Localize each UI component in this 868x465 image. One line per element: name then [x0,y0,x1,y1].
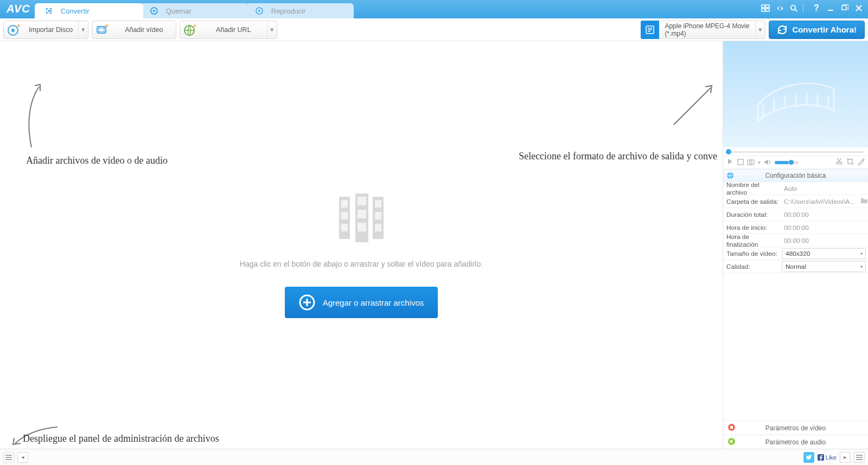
svg-rect-24 [358,210,366,218]
row-video-size: Tamaño de vídeo:480x320▾ [723,247,868,260]
add-video-button[interactable]: + Añadir vídeo [92,21,176,39]
tab-label: Convertir [61,7,90,15]
tab-label: Quemar [166,7,192,15]
basic-config-body: Nombre del archivoAuto Carpeta de salida… [723,182,868,421]
main-tabs: Convertir Quemar Reproducir [38,0,354,18]
svg-text:+: + [17,23,20,29]
button-label: Añadir vídeo [112,26,176,34]
crop-icon[interactable] [846,158,854,167]
drop-area[interactable]: Añadir archivos de vídeo o de audio Sele… [0,41,723,449]
button-label: Convertir Ahora! [792,25,857,34]
close-button[interactable] [854,3,864,13]
button-label: Añadir URL [200,26,267,34]
chevron-down-icon[interactable]: ▾ [758,159,761,165]
button-label: Importar Disco [23,26,78,34]
preview-pane [723,41,868,147]
chevron-down-icon[interactable]: ▾ [755,21,765,38]
svg-rect-27 [375,212,381,219]
chevron-down-icon: ▾ [860,264,863,269]
snapshot-icon[interactable] [747,158,755,167]
effects-icon[interactable] [857,158,865,167]
divider [803,4,807,12]
audio-params-icon [727,437,736,447]
options-icon[interactable] [761,3,770,13]
collapse-right-icon[interactable]: ▸ [840,452,851,463]
profile-icon [641,21,659,39]
convert-now-button[interactable]: Convertir Ahora! [769,21,865,39]
svg-point-33 [837,162,839,164]
play-icon[interactable] [726,158,734,167]
convert-icon [44,7,53,15]
chevron-down-icon: ▾ [860,251,863,256]
volume-slider[interactable] [775,161,799,164]
video-params-button[interactable]: Parámetros de vídeo [723,421,868,435]
cut-icon[interactable] [835,158,843,167]
seek-bar[interactable] [723,147,868,156]
tab-convert[interactable]: Convertir [35,3,143,18]
facebook-icon [818,454,824,461]
svg-rect-8 [842,5,846,10]
title-bar: AVC Convertir Quemar Reproducir ? [0,0,868,18]
hint-add-files: Añadir archivos de vídeo o de audio [26,155,168,166]
globe-icon [726,172,734,179]
svg-rect-28 [375,224,381,231]
footer: ◂ Like ▸ [0,449,868,465]
list-view-icon[interactable] [854,452,865,463]
settings-icon[interactable] [775,3,784,13]
video-icon: + [94,22,110,37]
hint-expand-panel: Despliegue el panel de administración de… [23,433,219,444]
app-logo: AVC [0,3,38,18]
volume-icon[interactable] [764,158,771,167]
audio-params-button[interactable]: Parámetros de audio [723,435,868,449]
svg-point-7 [790,5,795,9]
basic-config-header: Configuración básica [723,169,868,182]
svg-rect-4 [766,5,769,8]
twitter-icon[interactable] [803,452,814,463]
row-duration: Duración total:00:00:00 [723,208,868,221]
svg-point-34 [840,162,842,164]
drop-center: Haga clic en el botón de abajo o arrastr… [5,47,717,443]
svg-rect-21 [341,212,348,219]
svg-rect-22 [341,224,348,231]
add-url-button[interactable]: + Añadir URL ▾ [180,21,277,39]
chevron-down-icon[interactable]: ▾ [78,21,88,38]
button-label: Parámetros de vídeo [765,424,826,432]
search-icon[interactable] [789,3,799,13]
minimize-button[interactable] [826,3,835,13]
stop-icon[interactable] [737,158,744,167]
film-strip-icon [747,62,845,127]
svg-point-32 [750,161,752,164]
add-drag-files-button[interactable]: Agregar o arrastrar archivos [285,287,438,318]
facebook-like-button[interactable]: Like [818,454,837,461]
folder-icon[interactable] [860,197,868,205]
quality-select[interactable]: Normal▾ [782,261,866,272]
video-size-select[interactable]: 480x320▾ [782,248,866,259]
arrow-hint-icon [672,83,715,127]
tab-play[interactable]: Reproducir [245,3,354,18]
collapse-left-icon[interactable]: ◂ [17,452,28,463]
svg-rect-20 [341,200,348,208]
refresh-icon [777,24,788,35]
plus-circle-icon [299,294,315,311]
arrow-hint-icon [22,83,49,148]
maximize-button[interactable] [840,3,850,13]
hint-select-output: Seleccione el formato de archivo de sali… [519,151,717,162]
toolbar: + Importar Disco ▾ + Añadir vídeo + Añad… [0,18,868,41]
tab-burn[interactable]: Quemar [140,3,248,18]
import-disc-button[interactable]: + Importar Disco ▾ [3,21,88,39]
button-label: Agregar o arrastrar archivos [323,298,424,307]
svg-rect-23 [358,197,366,205]
row-output-folder: Carpeta de salida:C:\Users\advi\Videos\A… [723,195,868,208]
row-filename: Nombre del archivoAuto [723,182,868,195]
header-label: Configuración básica [765,172,826,179]
row-start-time: Hora de inicio:00:00:00 [723,221,868,234]
help-icon[interactable]: ? [812,3,821,13]
film-reel-icon [337,193,386,244]
output-profile-selector[interactable]: Apple iPhone MPEG-4 Movie (*.mp4) ▾ [641,21,765,39]
svg-point-10 [11,29,15,32]
right-panel: ▾ Configuración básica Nombre del archiv… [723,41,868,449]
list-view-icon[interactable] [3,452,14,463]
chevron-down-icon[interactable]: ▾ [267,21,277,38]
svg-rect-6 [766,9,769,11]
svg-point-1 [153,10,155,12]
